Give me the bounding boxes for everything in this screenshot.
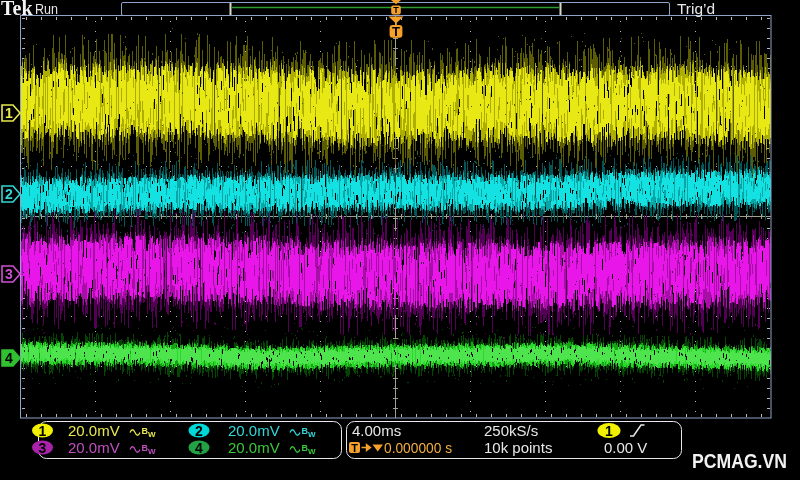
svg-text:W: W <box>308 447 316 456</box>
svg-text:1: 1 <box>39 423 47 439</box>
svg-text:T: T <box>392 24 400 39</box>
svg-text:PCMAG.VN: PCMAG.VN <box>692 449 787 472</box>
svg-text:0.000000 s: 0.000000 s <box>384 439 452 456</box>
svg-text:4.00ms: 4.00ms <box>352 422 401 439</box>
svg-text:T: T <box>393 5 399 15</box>
svg-text:250kS/s: 250kS/s <box>484 422 538 439</box>
svg-text:2: 2 <box>5 186 13 202</box>
svg-text:Run: Run <box>35 1 58 17</box>
svg-text:4: 4 <box>5 350 13 366</box>
svg-text:T: T <box>351 442 358 454</box>
svg-text:Tek: Tek <box>1 0 33 19</box>
svg-text:20.0mV: 20.0mV <box>68 422 120 439</box>
svg-text:Trig’d: Trig’d <box>677 1 715 17</box>
svg-text:W: W <box>308 430 316 439</box>
svg-text:1: 1 <box>5 105 13 121</box>
svg-text:2: 2 <box>195 423 203 439</box>
svg-text:1: 1 <box>605 423 613 439</box>
svg-text:4: 4 <box>195 440 203 456</box>
svg-text:3: 3 <box>39 440 47 456</box>
svg-text:20.0mV: 20.0mV <box>68 439 120 456</box>
svg-text:W: W <box>148 430 156 439</box>
svg-text:3: 3 <box>5 266 13 282</box>
svg-text:0.00 V: 0.00 V <box>604 439 647 456</box>
svg-text:20.0mV: 20.0mV <box>228 422 280 439</box>
svg-text:20.0mV: 20.0mV <box>228 439 280 456</box>
svg-text:W: W <box>148 447 156 456</box>
svg-text:10k points: 10k points <box>484 439 552 456</box>
